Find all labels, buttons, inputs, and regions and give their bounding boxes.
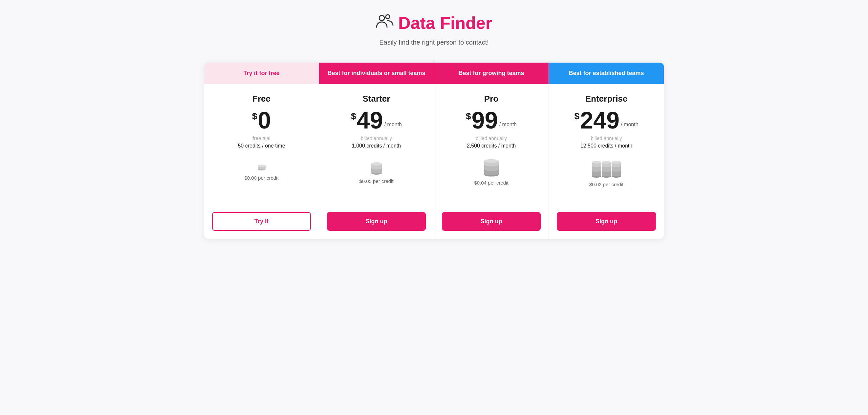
cta-button-free[interactable]: Try it <box>212 212 311 231</box>
plan-badge-starter: Best for individuals or small teams <box>319 63 434 84</box>
cta-button-enterprise[interactable]: Sign up <box>557 212 656 231</box>
plan-body-starter: Starter $ 49 / month billed annually 1,0… <box>319 84 434 207</box>
per-credit-free: $0.00 per credit <box>244 175 278 181</box>
svg-point-16 <box>484 159 499 163</box>
page-subtitle: Easily find the right person to contact! <box>6 39 862 46</box>
price-period-pro: / month <box>499 122 517 132</box>
plan-body-free: Free $ 0 free trial 50 credits / one tim… <box>204 84 319 207</box>
page-header: Data Finder Easily find the right person… <box>6 13 862 46</box>
svg-point-1 <box>386 15 390 19</box>
svg-point-37 <box>612 161 621 164</box>
price-dollar-starter: $ <box>351 111 356 122</box>
svg-point-9 <box>371 162 382 166</box>
price-dollar-free: $ <box>252 111 257 122</box>
svg-point-30 <box>602 161 611 164</box>
plan-footer-pro: Sign up <box>434 207 549 239</box>
per-credit-pro: $0.04 per credit <box>474 180 508 185</box>
plan-badge-enterprise: Best for established teams <box>549 63 664 84</box>
plan-footer-free: Try it <box>204 207 319 239</box>
per-credit-enterprise: $0.02 per credit <box>589 182 623 187</box>
price-row-free: $ 0 <box>252 108 271 132</box>
price-period-starter: / month <box>384 122 402 132</box>
price-amount-pro: 99 <box>472 108 498 132</box>
plan-credits-free: 50 credits / one time <box>238 143 285 149</box>
plan-footer-enterprise: Sign up <box>549 207 664 239</box>
plan-name-pro: Pro <box>484 94 498 104</box>
plan-card-free: Try it for free Free $ 0 free trial 50 c… <box>204 63 319 239</box>
svg-point-0 <box>379 15 384 21</box>
plan-credits-enterprise: 12,500 credits / month <box>581 143 632 149</box>
plan-footer-starter: Sign up <box>319 207 434 239</box>
plan-body-pro: Pro $ 99 / month billed annually 2,500 c… <box>434 84 549 207</box>
plan-billing-pro: billed annually <box>476 135 507 141</box>
per-credit-starter: $0.05 per credit <box>359 178 393 184</box>
page-title: Data Finder <box>398 13 492 33</box>
price-period-enterprise: / month <box>621 122 638 132</box>
svg-point-4 <box>258 165 266 167</box>
coin-icon-pro <box>478 159 504 177</box>
logo-container: Data Finder <box>6 13 862 33</box>
plan-body-enterprise: Enterprise $ 249 / month billed annually… <box>549 84 664 207</box>
pricing-grid: Try it for free Free $ 0 free trial 50 c… <box>204 63 664 239</box>
plan-billing-free: free trial <box>252 135 270 141</box>
price-dollar-enterprise: $ <box>574 111 580 122</box>
price-amount-starter: 49 <box>357 108 383 132</box>
price-amount-free: 0 <box>258 108 271 132</box>
price-row-enterprise: $ 249 / month <box>574 108 638 132</box>
coin-icon-free <box>255 159 268 172</box>
plan-name-enterprise: Enterprise <box>585 94 628 104</box>
price-dollar-pro: $ <box>466 111 471 122</box>
plan-badge-free: Try it for free <box>204 63 319 84</box>
plan-name-starter: Starter <box>363 94 390 104</box>
price-row-pro: $ 99 / month <box>466 108 517 132</box>
plan-billing-starter: billed annually <box>361 135 392 141</box>
plan-credits-pro: 2,500 credits / month <box>467 143 516 149</box>
plan-card-starter: Best for individuals or small teams Star… <box>319 63 434 239</box>
logo-icon <box>376 13 394 33</box>
coin-icon-starter <box>367 159 386 175</box>
coin-icon-enterprise <box>585 159 628 178</box>
plan-credits-starter: 1,000 credits / month <box>352 143 401 149</box>
price-amount-enterprise: 249 <box>580 108 619 132</box>
cta-button-starter[interactable]: Sign up <box>327 212 426 231</box>
plan-billing-enterprise: billed annually <box>591 135 622 141</box>
plan-badge-pro: Best for growing teams <box>434 63 549 84</box>
cta-button-pro[interactable]: Sign up <box>442 212 541 231</box>
price-row-starter: $ 49 / month <box>351 108 402 132</box>
plan-name-free: Free <box>252 94 271 104</box>
plan-card-enterprise: Best for established teams Enterprise $ … <box>549 63 664 239</box>
svg-point-23 <box>592 161 601 164</box>
plan-card-pro: Best for growing teams Pro $ 99 / month … <box>434 63 549 239</box>
